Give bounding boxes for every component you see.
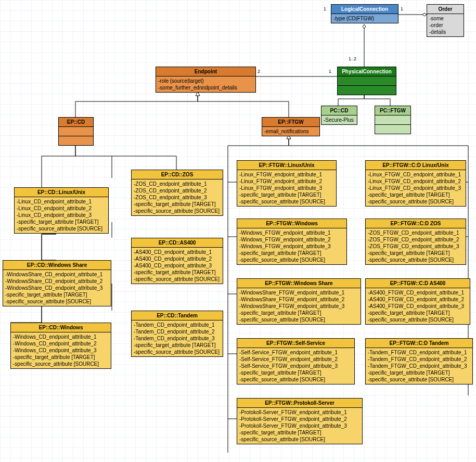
class-PhysicalConnection: PhysicalConnection: [337, 67, 396, 95]
class-title: EP::FTGW::C:D AS400: [366, 279, 470, 288]
class-title: EP::FTGW::Windows: [237, 219, 346, 228]
class-EP_CD_ZOS: EP::CD::ZOS-ZOS_CD_endpoint_attribute_1-…: [131, 170, 223, 216]
mult-lc-left: 1: [324, 6, 326, 11]
class-PC_CD: PC::CD-Secure-Plus: [321, 106, 357, 125]
class-EP_FTGW_WindowsShare: EP::FTGW::Windows Share-WindowsShare_FTG…: [237, 278, 361, 325]
class-title: Endpoint: [156, 67, 255, 76]
class-title: PC::CD: [321, 106, 357, 116]
class-title: EP::CD::Windows Share: [3, 261, 111, 270]
class-title: PhysicalConnection: [338, 67, 396, 76]
class-title: EP::CD::Tandem: [132, 311, 223, 320]
class-attrs: -Self-Service_FTGW_endpoint_attribute_1-…: [237, 348, 354, 384]
class-title: EP::CD::AS400: [132, 238, 223, 248]
class-title: EP::CD::ZOS: [132, 170, 223, 179]
class-EP_CD_Linux: EP::CD::Linux/Unix-Linux_CD_endpoint_att…: [14, 187, 109, 234]
mult-pc-top: 1..2: [349, 56, 356, 61]
class-EP_CD_AS400: EP::CD::AS400-AS400_CD_endpoint_attribut…: [131, 238, 223, 284]
class-attrs: -WindowsShare_FTGW_endpoint_attribute_1-…: [237, 288, 361, 324]
class-EP_CD: EP::CD: [58, 117, 94, 146]
class-attrs: -Linux_FTGW_endpoint_attribute_1-Linux_F…: [237, 170, 336, 206]
class-title: LogicalConnection: [331, 5, 398, 14]
class-title: EP::FTGW: [262, 118, 319, 127]
class-EP_FTGW_Windows: EP::FTGW::Windows-Windows_FTGW_endpoint_…: [237, 219, 347, 265]
class-attrs: -WindowsShare_CD_endpoint_attribute_1-Wi…: [3, 270, 111, 306]
class-title: EP::FTGW::Protokoll-Server: [237, 399, 362, 408]
class-title: EP::FTGW::Self-Service: [237, 339, 354, 348]
class-attrs: -ZOS_CD_endpoint_attribute_1-ZOS_CD_endp…: [132, 179, 223, 215]
class-attrs: -role (source|target)-some_further_ednnd…: [156, 76, 255, 92]
class-attrs: -Tandem_FTGW_CD_endpoint_attribute_1-Tan…: [366, 348, 472, 384]
class-title: PC::FTGW: [375, 106, 410, 116]
class-LogicalConnection: LogicalConnection-type (CD|FTGW): [331, 4, 398, 23]
class-EP_FTGW_SelfService: EP::FTGW::Self-Service-Self-Service_FTGW…: [237, 338, 355, 384]
class-EP_CD_Tandem: EP::CD::Tandem-Tandem_CD_endpoint_attrib…: [131, 311, 223, 357]
class-attrs: -AS400_FTGW_CD_endpoint_attribute_1-AS40…: [366, 288, 470, 324]
class-EP_FTGW_ProtokollServer: EP::FTGW::Protokoll-Server-Protokoll-Ser…: [237, 398, 363, 444]
class-title: EP::FTGW::C:D ZOS: [366, 219, 466, 228]
class-EP_CD_WindowsShare: EP::CD::Windows Share-WindowsShare_CD_en…: [3, 260, 111, 306]
class-EP_FTGW_CD_AS400: EP::FTGW::C:D AS400-AS400_FTGW_CD_endpoi…: [365, 278, 470, 325]
class-attrs: -type (CD|FTGW): [331, 14, 398, 23]
class-attrs: -AS400_CD_endpoint_attribute_1-AS400_CD_…: [132, 248, 223, 284]
class-EP_FTGW_Linux: EP::FTGW::Linux/Unix-Linux_FTGW_endpoint…: [237, 160, 337, 207]
class-EP_FTGW_CD_Linux: EP::FTGW::C:D Linux/Unix-Linux_FTGW_CD_e…: [365, 160, 466, 207]
class-Order: Order-some-order-details: [427, 4, 464, 37]
class-attrs: -Linux_FTGW_CD_endpoint_attribute_1-Linu…: [366, 170, 466, 206]
class-attrs: [59, 127, 93, 136]
class-Endpoint: Endpoint-role (source|target)-some_furth…: [156, 67, 256, 93]
class-attrs: -email_notifications: [262, 127, 319, 136]
class-title: EP::FTGW::C:D Linux/Unix: [366, 161, 466, 170]
class-title: EP::FTGW::Linux/Unix: [237, 161, 336, 170]
class-EP_FTGW_CD_ZOS: EP::FTGW::C:D ZOS-ZOS_FTGW_CD_endpoint_a…: [365, 219, 466, 265]
class-title: EP::CD: [59, 118, 93, 127]
class-attrs: -Linux_CD_endpoint_attribute_1-Linux_CD_…: [15, 197, 108, 233]
class-attrs: -Secure-Plus: [321, 116, 357, 124]
class-attrs: [338, 76, 396, 86]
class-attrs: -some-order-details: [427, 14, 464, 36]
class-attrs: [375, 116, 410, 125]
mult-ep-right: 2: [258, 69, 260, 74]
class-title: EP::CD::Linux/Unix: [15, 188, 108, 197]
class-EP_FTGW: EP::FTGW-email_notifications: [262, 117, 320, 136]
class-title: EP::FTGW::Windows Share: [237, 279, 361, 288]
class-title: EP::FTGW::C:D Tandem: [366, 339, 472, 348]
class-attrs: -Windows_CD_endpoint_attribute_1-Windows…: [11, 332, 111, 368]
class-EP_CD_Windows: EP::CD::Windows-Windows_CD_endpoint_attr…: [10, 323, 111, 369]
class-attrs: -Windows_FTGW_endpoint_attribute_1-Windo…: [237, 228, 346, 264]
class-attrs: -Protokoll-Server_FTGW_endpoint_attribut…: [237, 408, 362, 444]
class-PC_FTGW: PC::FTGW: [375, 106, 411, 134]
class-EP_FTGW_CD_Tandem: EP::FTGW::C:D Tandem-Tandem_FTGW_CD_endp…: [365, 338, 473, 384]
class-title: EP::CD::Windows: [11, 323, 111, 332]
class-attrs: -ZOS_FTGW_CD_endpoint_attribute_1-ZOS_FT…: [366, 228, 466, 264]
mult-lc-right: 1: [401, 6, 403, 11]
mult-pc-left: 1: [329, 69, 331, 74]
class-title: Order: [427, 5, 464, 14]
class-attrs: -Tandem_CD_endpoint_attribute_1-Tandem_C…: [132, 320, 223, 356]
